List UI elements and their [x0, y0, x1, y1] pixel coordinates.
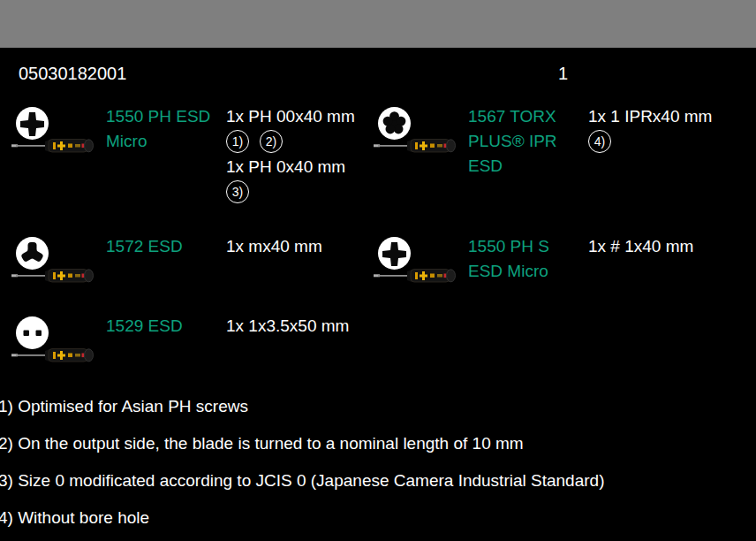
product-specs: 1x 1x3.5x50 mm	[226, 314, 378, 339]
screwdriver-image[interactable]	[374, 264, 457, 287]
footnote-badge: 2)	[260, 130, 283, 153]
product-name-link[interactable]: 1572 ESD	[106, 234, 226, 259]
footnotes: 1) Optimised for Asian PH screws 2) On t…	[0, 398, 756, 541]
screwdriver-image[interactable]	[11, 344, 94, 367]
footnote-badges: 4)	[588, 130, 756, 153]
footnote-badge: 1)	[226, 130, 249, 153]
product-card-1529-esd: 1529 ESD 1x 1x3.5x50 mm	[16, 314, 378, 367]
product-specs: 1x mx40 mm	[226, 234, 378, 259]
product-specs: 1x # 1x40 mm	[588, 234, 756, 259]
product-specs: 1x 1 IPRx40 mm 4)	[588, 104, 756, 155]
footnote-4: 4) Without bore hole	[0, 509, 756, 527]
product-media	[16, 314, 106, 367]
top-bar	[0, 0, 756, 48]
spec-text: 1x 1x3.5x50 mm	[226, 314, 378, 339]
product-card-1550-ph-s-esd-micro: 1550 PH S ESD Micro 1x # 1x40 mm	[378, 234, 756, 287]
product-name-link[interactable]: 1550 PH S ESD Micro	[468, 234, 588, 284]
product-card-1567-torx-plus-ipr-esd: 1567 TORX PLUS® IPR ESD 1x 1 IPRx40 mm 4…	[378, 104, 756, 179]
product-header-row: 05030182001 1	[0, 63, 756, 86]
product-media	[378, 104, 468, 157]
spec-text: 1x PH 0x40 mm	[226, 155, 378, 179]
footnote-badge: 4)	[588, 130, 611, 153]
spec-text: 1x 1 IPRx40 mm	[588, 104, 756, 129]
screwdriver-image[interactable]	[374, 134, 457, 157]
product-media	[378, 234, 468, 287]
footnote-2: 2) On the output side, the blade is turn…	[0, 435, 756, 453]
screwdriver-image[interactable]	[11, 134, 94, 157]
product-media	[16, 234, 106, 287]
spec-text: 1x mx40 mm	[226, 234, 378, 259]
footnote-badge: 3)	[226, 180, 249, 203]
product-specs: 1x PH 00x40 mm 1) 2) 1x PH 0x40 mm 3)	[226, 104, 378, 205]
product-name-link[interactable]: 1529 ESD	[106, 314, 226, 339]
footnote-badges: 1) 2)	[226, 130, 378, 153]
product-name-link[interactable]: 1550 PH ESD Micro	[106, 104, 226, 154]
spec-text: 1x # 1x40 mm	[588, 234, 756, 259]
product-card-1572-esd: 1572 ESD 1x mx40 mm	[16, 234, 378, 287]
quantity-value: 1	[558, 63, 568, 84]
spec-text: 1x PH 00x40 mm	[226, 104, 378, 129]
article-number: 05030182001	[19, 63, 126, 84]
product-media	[16, 104, 106, 157]
footnote-3: 3) Size 0 modificated according to JCIS …	[0, 472, 756, 490]
screwdriver-image[interactable]	[11, 264, 94, 287]
product-name-link[interactable]: 1567 TORX PLUS® IPR ESD	[468, 104, 588, 179]
footnote-badges: 3)	[226, 180, 378, 203]
footnote-1: 1) Optimised for Asian PH screws	[0, 398, 756, 415]
product-card-1550-ph-esd-micro: 1550 PH ESD Micro 1x PH 00x40 mm 1) 2) 1…	[16, 104, 378, 205]
